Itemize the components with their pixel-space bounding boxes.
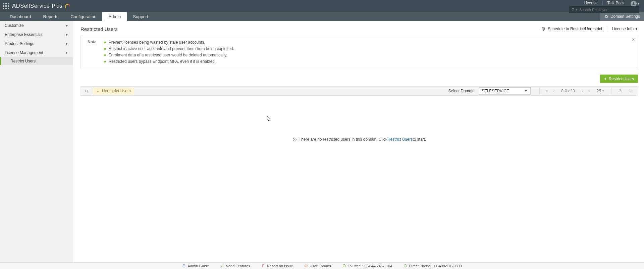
brand-logo[interactable]: ADSelfService Plus [12, 3, 70, 9]
tab-support[interactable]: Support [127, 12, 154, 21]
pager-next-icon[interactable]: › [580, 89, 584, 93]
chevron-down-icon: ▼ [602, 90, 604, 93]
separator [611, 88, 611, 94]
svg-rect-6 [3, 8, 4, 9]
schedule-link[interactable]: Schedule to Restrict/Unrestrict [541, 27, 607, 31]
sidebar: Customize ▶ Enterprise Essentials ▶ Prod… [0, 21, 73, 262]
separator [539, 88, 540, 94]
brand-plus: Plus [52, 3, 62, 9]
chevron-down-icon: ▼ [635, 27, 638, 31]
footer-label: Admin Guide [187, 264, 209, 268]
sidebar-item-product-settings[interactable]: Product Settings ▶ [0, 39, 73, 48]
footer-toll-free[interactable]: Toll free : +1-844-245-1104 [342, 264, 392, 268]
talkback-link[interactable]: Talk Back [607, 1, 625, 5]
columns-icon[interactable] [627, 88, 636, 94]
sidebar-subitem-restrict-users[interactable]: Restrict Users [0, 57, 73, 65]
pager-prev-icon[interactable]: ‹ [552, 89, 556, 93]
empty-restrict-link[interactable]: Restrict Users [387, 137, 413, 142]
tab-label: Dashboard [10, 14, 31, 19]
restrict-users-label: Restrict Users [609, 77, 634, 81]
sidebar-item-label: Product Settings [5, 41, 34, 46]
sidebar-item-enterprise-essentials[interactable]: Enterprise Essentials ▶ [0, 30, 73, 39]
search-icon [571, 8, 575, 12]
page-title: Restricted Users [80, 26, 118, 32]
note-item: Prevent licenses being wasted by stale u… [104, 39, 234, 45]
info-icon [292, 137, 297, 142]
sidebar-item-label: Enterprise Essentials [5, 32, 43, 37]
clock-icon [541, 27, 546, 31]
svg-point-9 [633, 2, 634, 4]
pager-first-icon[interactable]: « [544, 89, 549, 93]
chevron-right-icon: ▶ [66, 33, 68, 36]
svg-rect-5 [8, 5, 9, 7]
check-icon [96, 89, 100, 93]
plus-icon: + [604, 76, 607, 81]
tab-admin[interactable]: Admin [102, 12, 127, 21]
search-input[interactable] [579, 8, 637, 12]
search-employee[interactable]: ▾ [569, 6, 639, 13]
domain-select[interactable]: SELFSERVICE ▼ [479, 87, 531, 95]
sidebar-item-label: Customize [5, 23, 24, 28]
gear-icon [604, 14, 608, 19]
footer-report-issue[interactable]: Report an Issue [262, 264, 293, 268]
svg-rect-15 [619, 91, 622, 92]
tab-label: Admin [108, 14, 121, 19]
footer-admin-guide[interactable]: Admin Guide [182, 264, 209, 268]
note-item: Restrict inactive user accounts and prev… [104, 46, 234, 52]
tab-dashboard[interactable]: Dashboard [4, 12, 37, 21]
select-domain-label: Select Domain [448, 89, 475, 93]
footer: Admin Guide Need Features Report an Issu… [0, 262, 644, 269]
empty-suffix: to start. [413, 137, 426, 142]
tab-configuration[interactable]: Configuration [64, 12, 102, 21]
unrestrict-label: Unrestrict Users [102, 89, 131, 93]
sidebar-item-customize[interactable]: Customize ▶ [0, 21, 73, 30]
pager-last-icon[interactable]: » [587, 89, 592, 93]
page-size-value: 25 [597, 89, 601, 93]
empty-state: There are no restricted users in this do… [80, 96, 638, 183]
svg-line-11 [574, 10, 575, 11]
footer-label: Need Features [226, 264, 250, 268]
chat-icon [304, 264, 308, 268]
sparkle-icon [220, 264, 224, 268]
svg-rect-16 [630, 89, 633, 92]
svg-point-25 [343, 264, 345, 267]
tab-label: Support [133, 14, 148, 19]
chevron-down-icon: ▼ [637, 2, 640, 5]
domain-settings-button[interactable]: Domain Settings [600, 12, 644, 21]
footer-user-forums[interactable]: User Forums [304, 264, 331, 268]
domain-settings-label: Domain Settings [610, 14, 640, 19]
page-size-select[interactable]: 25 ▼ [595, 89, 606, 93]
page-header: Restricted Users Schedule to Restrict/Un… [80, 25, 638, 33]
close-icon[interactable]: ✕ [632, 37, 635, 42]
note-label: Note [88, 39, 97, 65]
license-link[interactable]: License [584, 1, 602, 5]
footer-label: Toll free : +1-844-245-1104 [348, 264, 392, 268]
search-dropdown-icon[interactable]: ▾ [576, 8, 577, 11]
apps-grid-icon[interactable] [0, 0, 12, 12]
phone-icon [404, 264, 407, 268]
license-info-label: License Info [612, 27, 634, 31]
restrict-users-button[interactable]: + Restrict Users [600, 75, 638, 83]
tab-reports[interactable]: Reports [37, 12, 65, 21]
sidebar-item-license-management[interactable]: License Management ▼ [0, 48, 73, 57]
body: Customize ▶ Enterprise Essentials ▶ Prod… [0, 21, 644, 262]
phone-icon [342, 264, 346, 268]
chevron-down-icon: ▼ [65, 51, 68, 54]
note-list: Prevent licenses being wasted by stale u… [104, 39, 234, 65]
export-icon[interactable] [616, 88, 625, 94]
note-item: Enrolment data of a restricted user woul… [104, 52, 234, 58]
note-item: Restricted users bypass Endpoint MFA, ev… [104, 58, 234, 64]
user-menu[interactable]: ▼ [631, 1, 640, 7]
empty-prefix: There are no restricted users in this do… [299, 137, 387, 142]
search-icon[interactable] [83, 89, 90, 93]
chevron-right-icon: ▶ [66, 24, 68, 27]
chevron-down-icon: ▼ [525, 89, 528, 93]
note-box: Note Prevent licenses being wasted by st… [80, 35, 638, 69]
license-info-dropdown[interactable]: License Info ▼ [612, 27, 638, 31]
unrestrict-users-button[interactable]: Unrestrict Users [93, 88, 134, 94]
footer-direct-phone[interactable]: Direct Phone : +1-408-916-9890 [404, 264, 462, 268]
book-icon [182, 264, 186, 268]
svg-rect-3 [3, 5, 4, 7]
footer-need-features[interactable]: Need Features [220, 264, 250, 268]
flag-icon [262, 264, 265, 268]
